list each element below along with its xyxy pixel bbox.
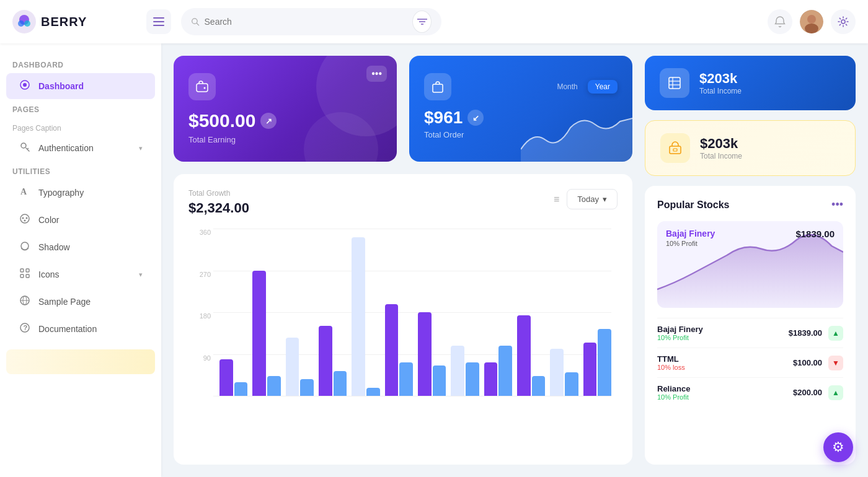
card2-top: Month Year	[424, 73, 618, 100]
bar-blue-10	[532, 376, 546, 396]
y-label-180: 180	[188, 312, 211, 320]
svg-rect-25	[20, 269, 24, 272]
card1-more-button[interactable]: •••	[366, 66, 387, 82]
bar-light-3	[286, 338, 299, 396]
right-card-income-1: $203k Total Income	[645, 56, 856, 110]
y-label-90: 90	[188, 354, 211, 362]
chevron-icon: ▾	[139, 144, 143, 152]
stocks-more-button[interactable]: •••	[831, 198, 843, 211]
svg-point-3	[24, 20, 30, 27]
bar-blue-2	[267, 376, 281, 396]
stock-price-0: $1839.00	[789, 328, 822, 338]
logo-text: BERRY	[41, 15, 87, 29]
sidebar-item-sample-page[interactable]: Sample Page	[6, 289, 155, 315]
right-card2-label: Total Income	[700, 152, 742, 160]
menu-icon	[153, 17, 164, 26]
logo-area: BERRY	[12, 10, 136, 33]
sample-page-label: Sample Page	[38, 297, 143, 307]
bag-icon	[431, 80, 445, 94]
svg-point-20	[20, 214, 29, 223]
header: BERRY	[0, 0, 868, 43]
year-tab[interactable]: Year	[588, 80, 618, 94]
chart-y-labels: 360 270 180 90	[188, 229, 211, 396]
right-card2-icon	[660, 133, 690, 163]
card2-tabs: Month Year	[549, 80, 618, 94]
right-card1-amount: $203k	[699, 71, 742, 87]
chart-area: 360 270 180 90	[188, 229, 618, 414]
card1-amount: $500.00 ↗	[188, 110, 382, 131]
sidebar-item-shadow[interactable]: Shadow	[6, 234, 155, 260]
month-tab[interactable]: Month	[549, 80, 585, 94]
stock-name-group-1: TTML 10% loss	[657, 354, 685, 371]
gear-icon	[837, 15, 849, 28]
authentication-icon	[19, 141, 31, 155]
text-icon: A	[19, 186, 30, 197]
settings-button[interactable]	[831, 9, 856, 34]
sidebar-item-documentation[interactable]: ? Documentation	[6, 316, 155, 342]
bar-light-8	[451, 346, 464, 396]
user-avatar	[800, 10, 823, 33]
floating-settings-button[interactable]: ⚙	[823, 432, 853, 462]
bar-group-2	[252, 229, 280, 396]
dashboard-icon	[19, 79, 31, 93]
svg-point-17	[23, 83, 27, 87]
svg-line-8	[197, 24, 198, 25]
stocks-title: Popular Stocks	[657, 199, 729, 211]
bar-purple-4	[319, 326, 332, 396]
svg-rect-4	[153, 17, 164, 19]
svg-rect-41	[670, 146, 681, 154]
sidebar-item-typography[interactable]: A Typography	[6, 180, 155, 206]
filter-icon	[417, 18, 427, 25]
bar-blue-4	[334, 371, 347, 396]
bar-purple-7	[418, 312, 432, 396]
right-card-income-2: $203k Total Income	[645, 120, 856, 176]
bar-blue-11	[565, 372, 578, 396]
bar-blue-8	[466, 362, 479, 396]
stock-price-group-2: $200.00 ▲	[793, 385, 843, 400]
hamburger-button[interactable]	[146, 9, 171, 34]
svg-rect-28	[26, 274, 29, 278]
stock-chart-name: Bajaj Finery	[666, 229, 715, 239]
svg-point-13	[807, 15, 816, 24]
search-input[interactable]	[205, 17, 408, 27]
right-card2-amount: $203k	[700, 136, 742, 152]
sidebar-item-dashboard[interactable]: Dashboard	[6, 73, 155, 99]
utilities-section-label: Utilities	[0, 162, 161, 178]
svg-point-2	[18, 20, 24, 27]
bar-blue-9	[498, 346, 512, 396]
bar-group-10	[517, 229, 545, 396]
avatar[interactable]	[800, 10, 823, 33]
bar-group-3	[286, 229, 314, 396]
color-icon	[19, 213, 31, 227]
notification-button[interactable]	[768, 9, 792, 34]
svg-point-23	[24, 220, 26, 222]
stock-item-2: Reliance 10% Profit $200.00 ▲	[657, 377, 843, 407]
svg-rect-27	[20, 274, 24, 278]
growth-title: Total Growth	[188, 189, 249, 198]
svg-rect-34	[197, 84, 208, 92]
bar-group-8	[451, 229, 479, 396]
stocks-header: Popular Stocks •••	[657, 198, 843, 211]
sidebar-item-icons[interactable]: Icons ▾	[6, 261, 155, 287]
bar-group-5	[352, 229, 379, 396]
today-button[interactable]: Today ▾	[567, 189, 618, 209]
chart-menu-icon[interactable]: ≡	[554, 194, 559, 205]
stocks-card: Popular Stocks ••• Bajaj Finery $1839.00…	[645, 186, 856, 465]
growth-header: Total Growth $2,324.00 ≡ Today ▾	[188, 189, 618, 216]
bar-group-11	[550, 229, 578, 396]
sidebar-item-color[interactable]: Color	[6, 207, 155, 233]
svg-rect-36	[433, 84, 443, 92]
stock-name-0: Bajaj Finery	[657, 325, 703, 334]
shadow-icon	[19, 240, 30, 252]
card2-icon	[424, 73, 451, 100]
stock-name-2: Reliance	[657, 384, 690, 393]
stock-sub-1: 10% loss	[657, 364, 685, 371]
pages-section-label: Pages	[0, 100, 161, 116]
sidebar-item-authentication[interactable]: Authentication ▾	[6, 135, 155, 161]
help-icon: ?	[19, 322, 30, 333]
filter-button[interactable]	[412, 11, 432, 33]
svg-rect-26	[26, 269, 29, 272]
shadow-label: Shadow	[38, 242, 143, 252]
pages-caption: Pages Caption	[0, 116, 161, 134]
svg-point-15	[841, 20, 845, 24]
